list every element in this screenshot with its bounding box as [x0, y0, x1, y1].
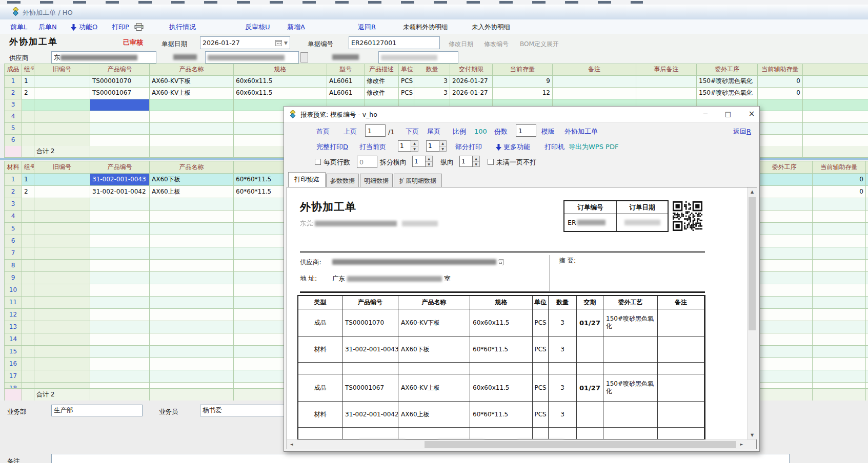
table-cell[interactable]: PCS [399, 76, 414, 88]
table-cell[interactable] [756, 235, 813, 247]
minimize-button[interactable]: ─ [696, 107, 715, 121]
table-cell[interactable] [22, 297, 34, 309]
table-cell[interactable] [813, 284, 866, 297]
table-cell[interactable]: 2026-01-27 [450, 76, 493, 88]
copies-input[interactable] [516, 124, 536, 137]
table-cell[interactable] [90, 211, 150, 223]
table-cell[interactable] [34, 174, 90, 186]
export-wps-pdf-button[interactable]: 导出为WPS PDF [569, 142, 618, 152]
table-cell[interactable] [22, 260, 34, 272]
table-cell[interactable] [866, 198, 868, 211]
table-cell[interactable]: 修改件 [365, 88, 399, 99]
not-full-page-checkbox[interactable] [488, 159, 494, 165]
table-cell[interactable] [22, 223, 34, 235]
table-cell[interactable] [34, 284, 90, 297]
table-cell[interactable] [22, 370, 34, 383]
table-cell[interactable] [866, 186, 868, 198]
table-cell[interactable] [866, 247, 868, 260]
table-cell[interactable]: 1 [22, 174, 34, 186]
table-cell[interactable] [756, 260, 813, 272]
close-button[interactable]: × [742, 107, 761, 121]
table-cell[interactable] [34, 211, 90, 223]
table-cell[interactable]: 2026-01-27 [450, 88, 493, 99]
table-cell[interactable] [34, 186, 90, 198]
table-cell[interactable]: 31-002-001-0042 [90, 186, 150, 198]
table-cell[interactable]: 150#喷砂黑色氧化 [697, 88, 758, 99]
split-horizontal-input[interactable] [412, 156, 426, 167]
vertical-scrollbar[interactable]: ▲ ▼ [747, 187, 757, 439]
table-cell[interactable] [34, 260, 90, 272]
scroll-up-button[interactable]: ▲ [748, 187, 757, 196]
table-cell[interactable]: 2 [22, 186, 34, 198]
functions-button[interactable]: 功能O [79, 23, 97, 32]
add-new-button[interactable]: 新增A [287, 23, 305, 32]
table-cell[interactable] [150, 346, 234, 358]
execution-status-button[interactable]: 执行情况 [169, 23, 196, 32]
row-number-cell[interactable]: 1 [5, 76, 22, 88]
table-cell[interactable] [22, 358, 34, 370]
date-dropdown-arrow[interactable]: ▼ [284, 40, 288, 46]
table-cell[interactable] [150, 111, 234, 123]
row-number-cell[interactable]: 1 [5, 174, 22, 186]
table-cell[interactable] [813, 223, 866, 235]
scroll-down-button[interactable]: ▼ [748, 431, 757, 439]
print-from-input[interactable] [398, 140, 411, 152]
split-vertical-spinner[interactable]: ▲▼ [459, 156, 480, 167]
table-cell[interactable] [90, 321, 150, 333]
table-cell[interactable] [756, 272, 813, 284]
table-cell[interactable]: AX60-KV上板 [150, 88, 234, 99]
table-cell[interactable] [803, 99, 868, 111]
table-cell[interactable] [150, 247, 234, 260]
table-cell[interactable] [756, 247, 813, 260]
table-cell[interactable] [866, 309, 868, 321]
business-dept-input[interactable] [51, 405, 143, 416]
table-cell[interactable] [150, 297, 234, 309]
next-order-button[interactable]: 后单N [38, 23, 57, 32]
full-print-button[interactable]: 完整打印D [316, 142, 348, 152]
table-cell[interactable] [90, 333, 150, 346]
tab-title[interactable]: 外协加工单 / HO [23, 8, 73, 17]
scroll-right-button[interactable]: ► [737, 440, 746, 449]
table-cell[interactable] [756, 309, 813, 321]
supplier-input[interactable]: 东 [51, 51, 156, 64]
table-cell[interactable] [34, 111, 90, 123]
row-number-cell[interactable]: 17 [5, 370, 22, 383]
table-cell[interactable] [758, 99, 803, 111]
first-page-button[interactable]: 首页 [316, 127, 330, 136]
table-cell[interactable] [866, 284, 868, 297]
row-number-cell[interactable]: 2 [5, 88, 22, 99]
tab-detail-data[interactable]: 明细数据 [360, 174, 393, 187]
table-cell[interactable]: 12 [493, 88, 553, 99]
rows-per-page-checkbox[interactable] [315, 159, 321, 165]
table-cell[interactable] [150, 135, 234, 146]
table-cell[interactable]: 60x60x11.5 [234, 76, 327, 88]
table-cell[interactable] [756, 198, 813, 211]
table-cell[interactable] [22, 235, 34, 247]
table-cell[interactable]: 31-002-001-0043 [90, 174, 150, 186]
table-cell[interactable] [34, 333, 90, 346]
table-cell[interactable] [813, 198, 866, 211]
table-cell[interactable] [22, 284, 34, 297]
table-cell[interactable] [756, 358, 813, 370]
redacted-input[interactable] [205, 51, 299, 64]
table-cell[interactable] [22, 211, 34, 223]
table-cell[interactable] [90, 370, 150, 383]
print-to-input[interactable] [426, 140, 439, 152]
table-cell[interactable] [34, 99, 90, 111]
table-cell[interactable] [756, 321, 813, 333]
unpicked-outsource-detail-label[interactable]: 未领料外协明细 [403, 23, 448, 32]
table-cell[interactable] [34, 346, 90, 358]
table-cell[interactable] [22, 309, 34, 321]
row-number-cell[interactable]: 16 [5, 358, 22, 370]
table-cell[interactable] [90, 346, 150, 358]
table-cell[interactable] [756, 333, 813, 346]
table-cell[interactable] [150, 211, 234, 223]
next-page-button[interactable]: 下页 [406, 127, 419, 136]
row-number-cell[interactable]: 13 [5, 321, 22, 333]
table-cell[interactable] [756, 284, 813, 297]
row-number-cell[interactable]: 6 [5, 135, 22, 146]
table-cell[interactable] [866, 333, 868, 346]
table-cell[interactable] [34, 223, 90, 235]
row-number-cell[interactable]: 9 [5, 272, 22, 284]
tab-parameter-data[interactable]: 参数数据 [326, 174, 359, 187]
